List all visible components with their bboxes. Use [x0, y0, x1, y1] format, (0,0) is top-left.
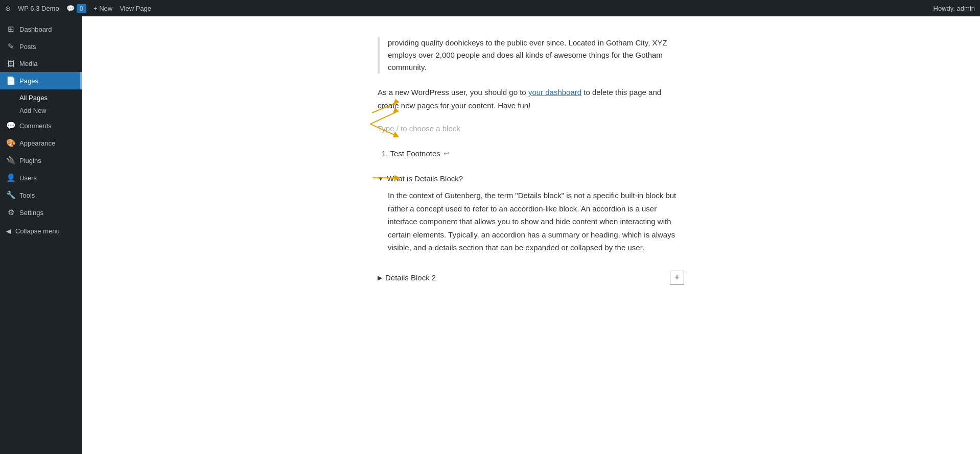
sidebar-label-pages: Pages [19, 77, 38, 85]
paragraph-text-before: As a new WordPress user, you should go t… [378, 88, 528, 97]
view-page-link[interactable]: View Page [120, 5, 151, 12]
sidebar-item-plugins[interactable]: 🔌 Plugins [0, 152, 82, 169]
admin-bar: ⊛ WP 6.3 Demo 💬 0 + New View Page Howdy,… [0, 0, 980, 16]
sidebar-item-dashboard[interactable]: ⊞ Dashboard [0, 20, 82, 38]
main-content: providing quality doohickeys to the publ… [82, 16, 980, 454]
footnote-item: 1. Test Footnotes ↩ [382, 147, 680, 160]
sidebar-item-media[interactable]: 🖼 Media [0, 55, 82, 72]
wp-logo-icon[interactable]: ⊛ [5, 5, 11, 12]
sidebar-label-posts: Posts [19, 43, 36, 51]
details-block-open[interactable]: ▼ What is Details Block? In the context … [378, 172, 684, 258]
sidebar-label-media: Media [19, 60, 37, 67]
editor-area: providing quality doohickeys to the publ… [347, 16, 715, 318]
collapse-menu-button[interactable]: ◀ Collapse menu [0, 221, 82, 241]
paragraph-block[interactable]: As a new WordPress user, you should go t… [378, 86, 684, 112]
dashboard-link[interactable]: your dashboard [528, 88, 581, 97]
comment-icon: 💬 [66, 5, 75, 12]
blockquote-block[interactable]: providing quality doohickeys to the publ… [378, 37, 684, 74]
site-name-link[interactable]: WP 6.3 Demo [18, 5, 59, 12]
details-summary-closed[interactable]: ▶ Details Block 2 [378, 273, 436, 282]
settings-icon: ⚙ [6, 208, 15, 217]
tools-icon: 🔧 [6, 190, 15, 200]
sidebar-item-settings[interactable]: ⚙ Settings [0, 204, 82, 221]
collapse-icon: ◀ [6, 227, 11, 235]
users-icon: 👤 [6, 173, 15, 182]
footnote-text: 1. Test Footnotes [382, 149, 440, 158]
sidebar-subitem-all-pages[interactable]: All Pages [0, 91, 82, 104]
media-icon: 🖼 [6, 59, 15, 68]
details-closed-label: Details Block 2 [385, 273, 436, 282]
howdy-text: Howdy, admin [934, 5, 975, 12]
sidebar-subitem-add-new[interactable]: Add New [0, 104, 82, 117]
details-closed-triangle-icon: ▶ [378, 274, 382, 281]
details-summary-open[interactable]: ▼ What is Details Block? [378, 172, 684, 185]
sidebar-label-settings: Settings [19, 209, 43, 217]
add-block-button[interactable]: + [670, 271, 684, 285]
details-open-triangle-icon: ▼ [378, 175, 384, 182]
sidebar-item-comments[interactable]: 💬 Comments [0, 117, 82, 134]
pages-icon: 📄 [6, 76, 15, 85]
comment-badge: 0 [77, 4, 86, 13]
sidebar-label-comments: Comments [19, 122, 52, 130]
comment-count-area[interactable]: 💬 0 [66, 4, 86, 13]
sidebar-item-tools[interactable]: 🔧 Tools [0, 186, 82, 204]
block-placeholder[interactable]: Type / to choose a block [378, 122, 684, 135]
blockquote-text: providing quality doohickeys to the publ… [388, 38, 667, 71]
collapse-label: Collapse menu [15, 227, 60, 235]
posts-icon: ✎ [6, 42, 15, 51]
new-content-link[interactable]: + New [94, 5, 112, 12]
footnote-return-icon: ↩ [444, 150, 449, 157]
comments-icon: 💬 [6, 121, 15, 130]
sidebar-label-tools: Tools [19, 192, 35, 199]
sidebar-item-appearance[interactable]: 🎨 Appearance [0, 134, 82, 152]
sidebar-label-plugins: Plugins [19, 157, 41, 164]
sidebar: ⊞ Dashboard ✎ Posts 🖼 Media 📄 Pages All … [0, 16, 82, 454]
sidebar-item-pages[interactable]: 📄 Pages [0, 72, 82, 89]
sidebar-label-users: Users [19, 174, 37, 182]
sidebar-label-appearance: Appearance [19, 139, 55, 147]
plugins-icon: 🔌 [6, 156, 15, 165]
details-open-label: What is Details Block? [387, 174, 463, 183]
dashboard-icon: ⊞ [6, 25, 15, 34]
details-content: In the context of Gutenberg, the term "D… [378, 185, 684, 258]
sidebar-label-dashboard: Dashboard [19, 26, 52, 33]
sidebar-item-users[interactable]: 👤 Users [0, 169, 82, 186]
details-block-closed[interactable]: ▶ Details Block 2 + [378, 269, 684, 287]
sidebar-item-posts[interactable]: ✎ Posts [0, 38, 82, 55]
appearance-icon: 🎨 [6, 138, 15, 148]
footnote-block[interactable]: 1. Test Footnotes ↩ [378, 145, 684, 162]
